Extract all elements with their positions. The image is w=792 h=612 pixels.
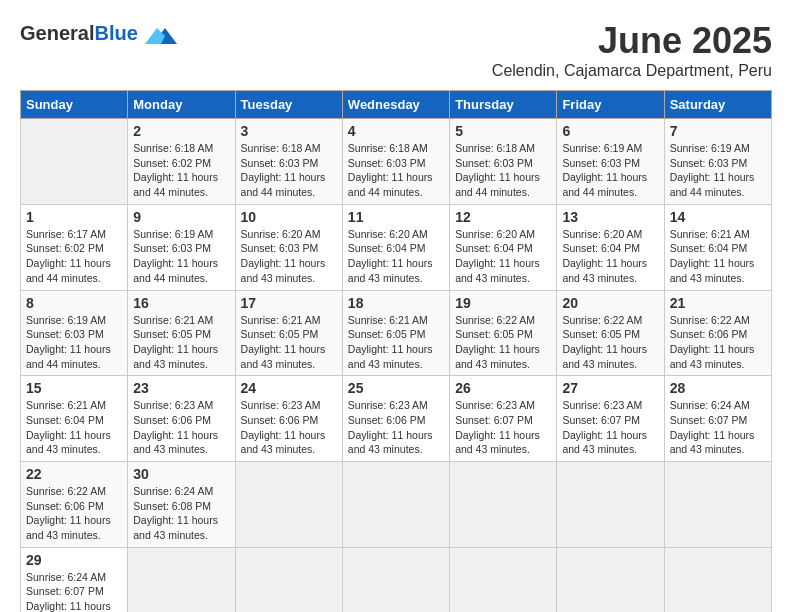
month-title: June 2025 <box>492 20 772 62</box>
calendar-week-row: 15Sunrise: 6:21 AMSunset: 6:04 PMDayligh… <box>21 376 772 462</box>
day-info: Sunrise: 6:18 AMSunset: 6:03 PMDaylight:… <box>241 141 337 200</box>
day-number: 2 <box>133 123 229 139</box>
calendar-cell: 12Sunrise: 6:20 AMSunset: 6:04 PMDayligh… <box>450 204 557 290</box>
day-number: 28 <box>670 380 766 396</box>
calendar-cell <box>450 547 557 612</box>
day-number: 1 <box>26 209 122 225</box>
calendar-cell: 17Sunrise: 6:21 AMSunset: 6:05 PMDayligh… <box>235 290 342 376</box>
calendar-cell <box>235 547 342 612</box>
day-number: 24 <box>241 380 337 396</box>
day-number: 19 <box>455 295 551 311</box>
day-info: Sunrise: 6:21 AMSunset: 6:04 PMDaylight:… <box>670 227 766 286</box>
day-info: Sunrise: 6:23 AMSunset: 6:06 PMDaylight:… <box>348 398 444 457</box>
calendar-header-row: SundayMondayTuesdayWednesdayThursdayFrid… <box>21 91 772 119</box>
day-info: Sunrise: 6:21 AMSunset: 6:05 PMDaylight:… <box>241 313 337 372</box>
calendar-cell: 13Sunrise: 6:20 AMSunset: 6:04 PMDayligh… <box>557 204 664 290</box>
calendar-cell: 28Sunrise: 6:24 AMSunset: 6:07 PMDayligh… <box>664 376 771 462</box>
day-info: Sunrise: 6:17 AMSunset: 6:02 PMDaylight:… <box>26 227 122 286</box>
day-number: 17 <box>241 295 337 311</box>
day-number: 21 <box>670 295 766 311</box>
calendar-cell: 23Sunrise: 6:23 AMSunset: 6:06 PMDayligh… <box>128 376 235 462</box>
day-info: Sunrise: 6:23 AMSunset: 6:06 PMDaylight:… <box>133 398 229 457</box>
calendar-cell <box>21 119 128 205</box>
day-info: Sunrise: 6:21 AMSunset: 6:04 PMDaylight:… <box>26 398 122 457</box>
column-header-sunday: Sunday <box>21 91 128 119</box>
day-number: 3 <box>241 123 337 139</box>
calendar-cell: 19Sunrise: 6:22 AMSunset: 6:05 PMDayligh… <box>450 290 557 376</box>
svg-marker-1 <box>145 28 165 44</box>
calendar-cell: 18Sunrise: 6:21 AMSunset: 6:05 PMDayligh… <box>342 290 449 376</box>
day-number: 5 <box>455 123 551 139</box>
logo-icon <box>145 20 177 52</box>
day-info: Sunrise: 6:22 AMSunset: 6:05 PMDaylight:… <box>455 313 551 372</box>
day-info: Sunrise: 6:20 AMSunset: 6:04 PMDaylight:… <box>562 227 658 286</box>
calendar-week-row: 29Sunrise: 6:24 AMSunset: 6:07 PMDayligh… <box>21 547 772 612</box>
day-info: Sunrise: 6:18 AMSunset: 6:03 PMDaylight:… <box>348 141 444 200</box>
day-number: 23 <box>133 380 229 396</box>
day-number: 4 <box>348 123 444 139</box>
day-info: Sunrise: 6:23 AMSunset: 6:07 PMDaylight:… <box>455 398 551 457</box>
day-number: 10 <box>241 209 337 225</box>
calendar-week-row: 8Sunrise: 6:19 AMSunset: 6:03 PMDaylight… <box>21 290 772 376</box>
day-info: Sunrise: 6:21 AMSunset: 6:05 PMDaylight:… <box>133 313 229 372</box>
day-number: 6 <box>562 123 658 139</box>
day-number: 9 <box>133 209 229 225</box>
calendar-cell: 5Sunrise: 6:18 AMSunset: 6:03 PMDaylight… <box>450 119 557 205</box>
day-info: Sunrise: 6:22 AMSunset: 6:06 PMDaylight:… <box>670 313 766 372</box>
day-number: 26 <box>455 380 551 396</box>
location-title: Celendin, Cajamarca Department, Peru <box>492 62 772 80</box>
day-number: 14 <box>670 209 766 225</box>
calendar-cell: 22Sunrise: 6:22 AMSunset: 6:06 PMDayligh… <box>21 462 128 548</box>
day-info: Sunrise: 6:24 AMSunset: 6:08 PMDaylight:… <box>133 484 229 543</box>
day-info: Sunrise: 6:19 AMSunset: 6:03 PMDaylight:… <box>26 313 122 372</box>
calendar-cell: 24Sunrise: 6:23 AMSunset: 6:06 PMDayligh… <box>235 376 342 462</box>
day-info: Sunrise: 6:22 AMSunset: 6:05 PMDaylight:… <box>562 313 658 372</box>
calendar-cell: 7Sunrise: 6:19 AMSunset: 6:03 PMDaylight… <box>664 119 771 205</box>
title-section: June 2025 Celendin, Cajamarca Department… <box>492 20 772 80</box>
column-header-monday: Monday <box>128 91 235 119</box>
logo-general: GeneralBlue <box>20 26 142 43</box>
day-info: Sunrise: 6:19 AMSunset: 6:03 PMDaylight:… <box>670 141 766 200</box>
calendar-cell: 4Sunrise: 6:18 AMSunset: 6:03 PMDaylight… <box>342 119 449 205</box>
day-number: 20 <box>562 295 658 311</box>
day-info: Sunrise: 6:18 AMSunset: 6:02 PMDaylight:… <box>133 141 229 200</box>
calendar-cell: 2Sunrise: 6:18 AMSunset: 6:02 PMDaylight… <box>128 119 235 205</box>
calendar-cell: 29Sunrise: 6:24 AMSunset: 6:07 PMDayligh… <box>21 547 128 612</box>
column-header-tuesday: Tuesday <box>235 91 342 119</box>
day-info: Sunrise: 6:23 AMSunset: 6:06 PMDaylight:… <box>241 398 337 457</box>
calendar-cell: 20Sunrise: 6:22 AMSunset: 6:05 PMDayligh… <box>557 290 664 376</box>
day-info: Sunrise: 6:23 AMSunset: 6:07 PMDaylight:… <box>562 398 658 457</box>
day-info: Sunrise: 6:21 AMSunset: 6:05 PMDaylight:… <box>348 313 444 372</box>
calendar-week-row: 1Sunrise: 6:17 AMSunset: 6:02 PMDaylight… <box>21 204 772 290</box>
calendar-cell <box>235 462 342 548</box>
calendar-cell: 8Sunrise: 6:19 AMSunset: 6:03 PMDaylight… <box>21 290 128 376</box>
calendar-cell <box>664 547 771 612</box>
calendar-cell <box>342 462 449 548</box>
day-info: Sunrise: 6:20 AMSunset: 6:04 PMDaylight:… <box>455 227 551 286</box>
day-number: 27 <box>562 380 658 396</box>
day-info: Sunrise: 6:24 AMSunset: 6:07 PMDaylight:… <box>26 570 122 612</box>
day-info: Sunrise: 6:22 AMSunset: 6:06 PMDaylight:… <box>26 484 122 543</box>
day-info: Sunrise: 6:20 AMSunset: 6:04 PMDaylight:… <box>348 227 444 286</box>
day-number: 7 <box>670 123 766 139</box>
column-header-wednesday: Wednesday <box>342 91 449 119</box>
calendar-cell: 14Sunrise: 6:21 AMSunset: 6:04 PMDayligh… <box>664 204 771 290</box>
column-header-saturday: Saturday <box>664 91 771 119</box>
day-number: 11 <box>348 209 444 225</box>
calendar-cell: 16Sunrise: 6:21 AMSunset: 6:05 PMDayligh… <box>128 290 235 376</box>
logo: GeneralBlue <box>20 20 177 52</box>
calendar-cell: 9Sunrise: 6:19 AMSunset: 6:03 PMDaylight… <box>128 204 235 290</box>
calendar-cell <box>664 462 771 548</box>
day-info: Sunrise: 6:18 AMSunset: 6:03 PMDaylight:… <box>455 141 551 200</box>
calendar-cell: 15Sunrise: 6:21 AMSunset: 6:04 PMDayligh… <box>21 376 128 462</box>
calendar-cell: 21Sunrise: 6:22 AMSunset: 6:06 PMDayligh… <box>664 290 771 376</box>
day-number: 18 <box>348 295 444 311</box>
day-info: Sunrise: 6:20 AMSunset: 6:03 PMDaylight:… <box>241 227 337 286</box>
logo-text: GeneralBlue <box>20 20 177 52</box>
day-info: Sunrise: 6:19 AMSunset: 6:03 PMDaylight:… <box>562 141 658 200</box>
day-info: Sunrise: 6:24 AMSunset: 6:07 PMDaylight:… <box>670 398 766 457</box>
day-info: Sunrise: 6:19 AMSunset: 6:03 PMDaylight:… <box>133 227 229 286</box>
day-number: 25 <box>348 380 444 396</box>
day-number: 13 <box>562 209 658 225</box>
calendar-cell: 3Sunrise: 6:18 AMSunset: 6:03 PMDaylight… <box>235 119 342 205</box>
